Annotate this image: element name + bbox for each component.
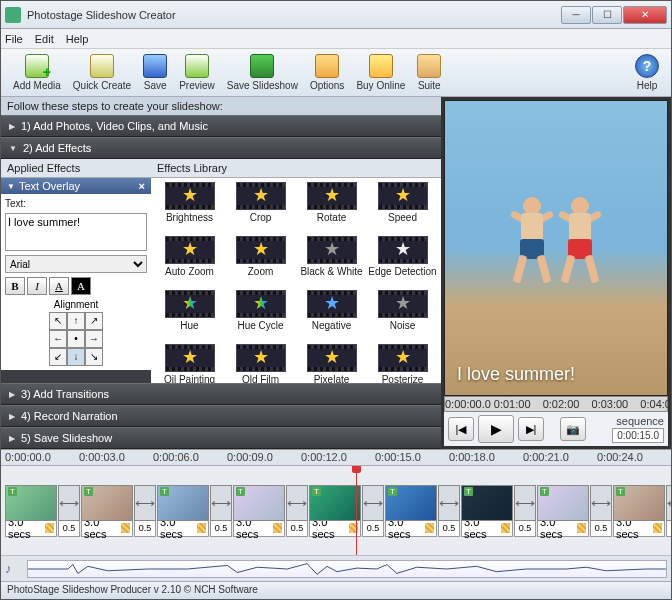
waveform[interactable]	[27, 560, 667, 578]
effect-item[interactable]: ★Old Film	[226, 344, 295, 383]
snapshot-button[interactable]: 📷	[560, 417, 586, 441]
clip-item[interactable]: T3.0 secs	[81, 485, 133, 537]
sequence-time: 0:00:15.0	[612, 428, 664, 443]
effect-thumb: ★	[378, 290, 428, 318]
drag-handle-icon[interactable]	[577, 523, 586, 533]
transition-icon: ⟷	[134, 485, 156, 521]
font-select[interactable]: Arial	[5, 255, 147, 273]
effect-label: Noise	[390, 320, 416, 331]
effect-thumb: ★	[307, 236, 357, 264]
menu-help[interactable]: Help	[66, 33, 89, 45]
titlebar[interactable]: Photostage Slideshow Creator ─ ☐ ✕	[1, 1, 671, 29]
drag-handle-icon[interactable]	[653, 523, 662, 533]
play-button[interactable]: ▶	[478, 415, 514, 443]
step-2[interactable]: ▼2) Add Effects	[1, 137, 441, 159]
effect-item[interactable]: ★Noise	[368, 290, 437, 342]
transition-duration: 0.5	[438, 521, 460, 537]
transition-item[interactable]: ⟷0.5	[514, 485, 536, 537]
clip-item[interactable]: T3.0 secs	[613, 485, 665, 537]
step-5[interactable]: ▶5) Save Slideshow	[1, 427, 441, 449]
text-overlay-item[interactable]: ▼ Text Overlay ×	[1, 178, 151, 194]
transition-item[interactable]: ⟷0.5	[210, 485, 232, 537]
menu-file[interactable]: File	[5, 33, 23, 45]
preview-button[interactable]: Preview	[173, 52, 221, 93]
drag-handle-icon[interactable]	[197, 523, 206, 533]
prev-button[interactable]: |◀	[448, 417, 474, 441]
effect-item[interactable]: ★Hue Cycle	[226, 290, 295, 342]
transition-item[interactable]: ⟷0.5	[666, 485, 671, 537]
help-button[interactable]: ?Help	[629, 52, 665, 93]
underline-button[interactable]: A	[49, 277, 69, 295]
effect-item[interactable]: ★Oil Painting	[155, 344, 224, 383]
bold-button[interactable]: B	[5, 277, 25, 295]
minimize-button[interactable]: ─	[561, 6, 591, 24]
save-button[interactable]: Save	[137, 52, 173, 93]
drag-handle-icon[interactable]	[273, 523, 282, 533]
drag-handle-icon[interactable]	[45, 523, 54, 533]
alignment-grid[interactable]: ↖↑↗ ←•→ ↙↓↘	[49, 312, 103, 366]
options-button[interactable]: Options	[304, 52, 350, 93]
steps-panel: Follow these steps to create your slides…	[1, 97, 441, 449]
transition-item[interactable]: ⟷0.5	[438, 485, 460, 537]
clip-track[interactable]: T3.0 secs⟷0.5T3.0 secs⟷0.5T3.0 secs⟷0.5T…	[1, 466, 671, 555]
effect-item[interactable]: ★Edge Detection	[368, 236, 437, 288]
effect-item[interactable]: ★Pixelate	[297, 344, 366, 383]
effect-label: Crop	[250, 212, 272, 223]
italic-button[interactable]: I	[27, 277, 47, 295]
playhead[interactable]	[356, 466, 357, 555]
effects-library-panel: Effects Library ★Brightness★Crop★Rotate★…	[151, 159, 441, 383]
effect-item[interactable]: ★Black & White	[297, 236, 366, 288]
effect-item[interactable]: ★Posterize	[368, 344, 437, 383]
help-icon: ?	[635, 54, 659, 78]
transition-item[interactable]: ⟷0.5	[134, 485, 156, 537]
effect-item[interactable]: ★Auto Zoom	[155, 236, 224, 288]
effect-item[interactable]: ★Zoom	[226, 236, 295, 288]
drag-handle-icon[interactable]	[425, 523, 434, 533]
overlay-text-input[interactable]: I love summer!	[5, 213, 147, 251]
clip-item[interactable]: T3.0 secs	[461, 485, 513, 537]
save-slideshow-button[interactable]: Save Slideshow	[221, 52, 304, 93]
clip-thumb: T	[385, 485, 437, 521]
clip-item[interactable]: T3.0 secs	[385, 485, 437, 537]
effect-item[interactable]: ★Brightness	[155, 182, 224, 234]
suite-button[interactable]: Suite	[411, 52, 447, 93]
text-badge: T	[388, 487, 397, 496]
preview-viewport[interactable]: I love summer!	[444, 100, 668, 396]
clip-item[interactable]: T3.0 secs	[309, 485, 361, 537]
remove-effect-icon[interactable]: ×	[139, 180, 145, 192]
buy-online-button[interactable]: Buy Online	[350, 52, 411, 93]
chevron-right-icon: ▶	[9, 122, 15, 131]
transition-duration: 0.5	[134, 521, 156, 537]
close-button[interactable]: ✕	[623, 6, 667, 24]
preview-timeline[interactable]: 0:00:00.00:01:000:02:000:03:000:04:00	[444, 396, 668, 412]
effect-item[interactable]: ★Speed	[368, 182, 437, 234]
next-button[interactable]: ▶|	[518, 417, 544, 441]
effect-item[interactable]: ★Rotate	[297, 182, 366, 234]
drag-handle-icon[interactable]	[121, 523, 130, 533]
clip-item[interactable]: T3.0 secs	[5, 485, 57, 537]
effect-item[interactable]: ★Negative	[297, 290, 366, 342]
transition-item[interactable]: ⟷0.5	[286, 485, 308, 537]
effect-thumb: ★	[236, 344, 286, 372]
effect-thumb: ★	[236, 236, 286, 264]
drag-handle-icon[interactable]	[501, 523, 510, 533]
effect-thumb: ★	[165, 344, 215, 372]
clip-item[interactable]: T3.0 secs	[537, 485, 589, 537]
audio-track[interactable]: ♪	[1, 555, 671, 581]
clip-item[interactable]: T3.0 secs	[157, 485, 209, 537]
add-media-button[interactable]: Add Media	[7, 52, 67, 93]
transition-item[interactable]: ⟷0.5	[362, 485, 384, 537]
menu-edit[interactable]: Edit	[35, 33, 54, 45]
effect-item[interactable]: ★Crop	[226, 182, 295, 234]
maximize-button[interactable]: ☐	[592, 6, 622, 24]
step-1[interactable]: ▶1) Add Photos, Video Clips, and Music	[1, 115, 441, 137]
effect-item[interactable]: ★Hue	[155, 290, 224, 342]
timeline-ruler[interactable]: 0:00:00.00:00:03.00:00:06.00:00:09.00:00…	[1, 450, 671, 466]
text-color-button[interactable]: A	[71, 277, 91, 295]
step-3[interactable]: ▶3) Add Transitions	[1, 383, 441, 405]
transition-item[interactable]: ⟷0.5	[590, 485, 612, 537]
quick-create-button[interactable]: Quick Create	[67, 52, 137, 93]
transition-item[interactable]: ⟷0.5	[58, 485, 80, 537]
step-4[interactable]: ▶4) Record Narration	[1, 405, 441, 427]
clip-item[interactable]: T3.0 secs	[233, 485, 285, 537]
